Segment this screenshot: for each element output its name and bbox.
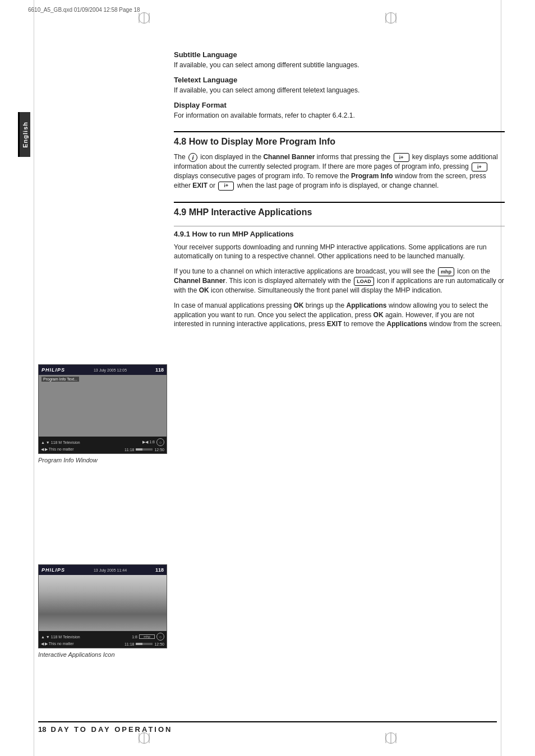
display-format-text: For information on available formats, re… [174, 111, 505, 120]
subtitle-language-heading: Subtitle Language [174, 50, 505, 59]
screenshot-footer: ▲ ▼ 118 M Television ▶◀ 1:8 ○ ◀ ▶ This n… [39, 437, 167, 453]
i8-badge-2: i+ [472, 163, 487, 171]
footer-row-2: ◀ ▶ This no matter 11:18 12:50 [41, 447, 164, 452]
interactive-apps-caption: Interactive Applications Icon [38, 651, 167, 658]
program-info-caption: Program Info Window [38, 457, 167, 463]
interactive-screenshot-footer: ▲ ▼ 118 M Television 1:8 mhp ○ ◀ ▶ This … [39, 631, 167, 648]
interactive-apps-screenshot: PHILIPS 13 July 2005 11:44 118 ▲ ▼ 118 M… [38, 564, 167, 648]
screenshot-date: 13 July 2005 12:05 [94, 368, 127, 372]
interactive-footer-icon: ○ [156, 633, 164, 641]
display-format-heading: Display Format [174, 101, 505, 109]
language-tab: English [18, 112, 30, 157]
teletext-language-heading: Teletext Language [174, 76, 505, 84]
i8-badge: i+ [394, 153, 409, 162]
interactive-philips-logo: PHILIPS [41, 567, 65, 573]
section-491-para2: If you tune to a channel on which intera… [174, 267, 505, 295]
footer-right-1: ▶◀ 1:8 ○ [142, 438, 164, 446]
interactive-apps-screenshot-area: PHILIPS 13 July 2005 11:44 118 ▲ ▼ 118 M… [38, 564, 167, 658]
section-49-heading: 4.9 MHP Interactive Applications [174, 202, 505, 217]
footer-icon: ○ [156, 438, 164, 446]
interactive-screenshot-date: 13 July 2005 11:44 [94, 568, 127, 572]
screenshot-channel: 118 [155, 367, 164, 373]
philips-logo: PHILIPS [41, 367, 65, 373]
interactive-footer-left-2: ◀ ▶ This no matter [41, 642, 74, 646]
section-48-body: The i icon displayed in the Channel Bann… [174, 152, 505, 190]
interactive-screenshot-channel: 118 [155, 567, 164, 573]
load-badge: LOAD [354, 277, 374, 286]
teletext-language-text: If available, you can select among diffe… [174, 86, 505, 95]
section-491-heading: 4.9.1 How to run MHP Applications [174, 226, 505, 238]
interactive-footer-row-1: ▲ ▼ 118 M Television 1:8 mhp ○ [41, 632, 164, 641]
program-info-screenshot-area: PHILIPS 13 July 2005 12:05 118 Program I… [38, 364, 167, 463]
page-number: 18 [38, 725, 46, 734]
progress-bar-fill [136, 448, 142, 451]
screenshot-body: Program Info Text... [39, 375, 167, 437]
footer-right-2: 11:18 12:50 [124, 448, 164, 452]
program-info-screenshot: PHILIPS 13 July 2005 12:05 118 Program I… [38, 364, 167, 454]
interactive-screenshot-header: PHILIPS 13 July 2005 11:44 118 [39, 565, 167, 575]
page-footer: 18 DAY TO DAY OPERATION [38, 721, 497, 734]
interactive-progress-bar [136, 643, 153, 645]
progress-bar [136, 448, 153, 451]
footer-left-2: ◀ ▶ This no matter [41, 447, 74, 452]
interactive-footer-left-1: ▲ ▼ 118 M Television [41, 635, 80, 639]
mhp-footer-badge: mhp [139, 634, 155, 639]
file-info: 6610_A5_GB.qxd 01/09/2004 12:58 Page 18 [28, 7, 140, 13]
language-label: English [22, 122, 29, 148]
section-491-para1: Your receiver supports downloading and r… [174, 243, 505, 262]
interactive-progress-bar-fill [136, 643, 142, 645]
interactive-footer-right-1: 1:8 mhp ○ [132, 633, 164, 641]
footer-row-1: ▲ ▼ 118 M Television ▶◀ 1:8 ○ [41, 438, 164, 447]
info-icon: i [188, 153, 197, 162]
main-content: Subtitle Language If available, you can … [174, 50, 505, 335]
footer-left-1: ▲ ▼ 118 M Television [41, 440, 80, 444]
left-content-area: PHILIPS 13 July 2005 12:05 118 Program I… [38, 207, 167, 658]
footer-text: DAY TO DAY OPERATION [50, 725, 172, 734]
mhp-badge: mhp [438, 267, 454, 276]
section-48-heading: 4.8 How to Display More Program Info [174, 131, 505, 147]
subtitle-language-text: If available, you can select among diffe… [174, 61, 505, 70]
interactive-footer-row-2: ◀ ▶ This no matter 11:18 12:50 [41, 641, 164, 647]
screenshot-header: PHILIPS 13 July 2005 12:05 118 [39, 365, 167, 375]
section-491-para3: In case of manual applications pressing … [174, 301, 505, 329]
interactive-footer-right-2: 11:18 12:50 [124, 642, 164, 646]
interactive-screenshot-body [39, 575, 167, 631]
program-text: Program Info Text... [41, 377, 79, 382]
i8-badge-3: i+ [218, 182, 234, 191]
